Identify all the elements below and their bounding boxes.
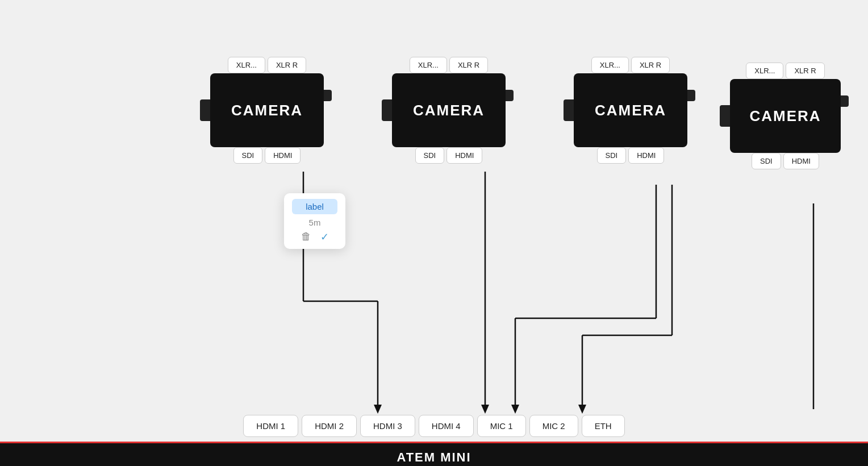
cam4-xlr-right[interactable]: XLR R: [786, 63, 824, 79]
port-hdmi3[interactable]: HDMI 3: [360, 415, 415, 437]
cam4-label: CAMERA: [749, 107, 821, 125]
port-mic2[interactable]: MIC 2: [529, 415, 578, 437]
cam2-label: CAMERA: [413, 102, 485, 119]
main-canvas: XLR... XLR R CAMERA SDI HDMI 5m 🗑 ✓ XLR.…: [0, 0, 868, 466]
cam2-body: CAMERA: [392, 73, 506, 147]
cam1-label: CAMERA: [231, 102, 303, 119]
bottom-port-row: HDMI 1 HDMI 2 HDMI 3 HDMI 4 MIC 1 MIC 2 …: [0, 415, 868, 437]
label-input[interactable]: [292, 199, 337, 214]
port-hdmi4[interactable]: HDMI 4: [419, 415, 474, 437]
camera-node-2: XLR... XLR R CAMERA SDI HDMI: [392, 57, 506, 164]
cam3-xlr-left[interactable]: XLR...: [591, 57, 629, 73]
cam2-bottom-ports: SDI HDMI: [415, 147, 483, 164]
cam4-hdmi[interactable]: HDMI: [783, 153, 819, 169]
cam1-body: CAMERA: [210, 73, 324, 147]
cam3-top-ports: XLR... XLR R: [591, 57, 670, 73]
cam2-sdi[interactable]: SDI: [415, 147, 445, 164]
bottom-bar: HDMI 1 HDMI 2 HDMI 3 HDMI 4 MIC 1 MIC 2 …: [0, 415, 868, 466]
port-mic1[interactable]: MIC 1: [477, 415, 526, 437]
cam3-label: CAMERA: [595, 102, 666, 119]
cam2-xlr-right[interactable]: XLR R: [449, 57, 488, 73]
port-hdmi1[interactable]: HDMI 1: [243, 415, 298, 437]
cam1-xlr-left[interactable]: XLR...: [228, 57, 265, 73]
camera-node-3: XLR... XLR R CAMERA SDI HDMI: [574, 57, 687, 164]
cam2-top-ports: XLR... XLR R: [410, 57, 488, 73]
camera-node-4: XLR... XLR R CAMERA SDI HDMI: [730, 63, 841, 169]
cam4-xlr-left[interactable]: XLR...: [746, 63, 783, 79]
cam4-body: CAMERA: [730, 79, 841, 153]
cam3-hdmi[interactable]: HDMI: [628, 147, 664, 164]
cam1-hdmi[interactable]: HDMI: [265, 147, 301, 164]
svg-marker-13: [578, 405, 586, 414]
cam4-top-ports: XLR... XLR R: [746, 63, 824, 79]
svg-marker-9: [511, 405, 519, 414]
cam2-hdmi[interactable]: HDMI: [446, 147, 482, 164]
confirm-icon[interactable]: ✓: [320, 231, 329, 243]
cam3-bottom-ports: SDI HDMI: [597, 147, 665, 164]
cam3-sdi[interactable]: SDI: [597, 147, 627, 164]
popup-actions: 🗑 ✓: [292, 231, 337, 243]
atem-label: ATEM MINI: [0, 442, 868, 466]
cam1-sdi[interactable]: SDI: [233, 147, 263, 164]
cam2-xlr-left[interactable]: XLR...: [410, 57, 447, 73]
cam4-bottom-ports: SDI HDMI: [752, 153, 819, 169]
cam3-body: CAMERA: [574, 73, 687, 147]
cable-length: 5m: [292, 218, 337, 227]
cam1-xlr-right[interactable]: XLR R: [268, 57, 306, 73]
cam1-bottom-ports: SDI HDMI: [233, 147, 301, 164]
port-hdmi2[interactable]: HDMI 2: [302, 415, 357, 437]
svg-marker-5: [481, 405, 489, 414]
svg-marker-3: [374, 405, 382, 414]
port-eth[interactable]: ETH: [582, 415, 625, 437]
camera-node-1: XLR... XLR R CAMERA SDI HDMI 5m 🗑 ✓: [210, 57, 324, 164]
delete-icon[interactable]: 🗑: [301, 231, 311, 243]
label-popup: 5m 🗑 ✓: [284, 193, 345, 249]
cam4-sdi[interactable]: SDI: [752, 153, 781, 169]
cam3-xlr-right[interactable]: XLR R: [631, 57, 670, 73]
cam1-top-ports: XLR... XLR R: [228, 57, 306, 73]
